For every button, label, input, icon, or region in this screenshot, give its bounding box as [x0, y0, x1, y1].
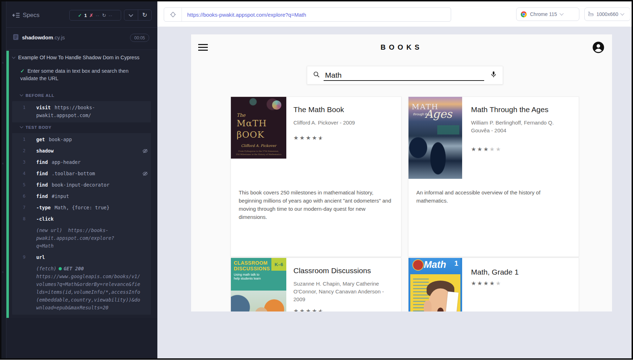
restarted-count: -- [109, 13, 113, 18]
specs-label: Specs [23, 12, 39, 19]
url-bar [164, 7, 451, 22]
app-title: BOOKS [191, 43, 612, 51]
cover-grade-badge: K–6 [271, 258, 286, 271]
eye-slash-icon[interactable] [142, 148, 148, 156]
passed-count: 1 [84, 13, 87, 18]
search-input[interactable] [324, 71, 490, 80]
suite-title[interactable]: Example Of How To Handle Shadow Dom in C… [12, 54, 150, 61]
test-body-section[interactable]: TEST BODY [20, 125, 52, 129]
rating-stars: ★★★★★ [293, 134, 324, 141]
chevron-down-icon [12, 55, 16, 59]
cover-decoration [272, 100, 281, 110]
pass-indicator-strip [6, 51, 9, 318]
collapse-specs-icon[interactable] [12, 11, 20, 19]
command-number: 5 [12, 181, 36, 189]
rerun-button[interactable]: ↻ [138, 10, 152, 20]
book-title: Math, Grade 1 [471, 268, 572, 276]
reporter-header: Specs ✓ 1 ✗ -- ↻ -- ↻ [6, 1, 157, 27]
command-row[interactable]: 1 getbook-app [12, 136, 151, 143]
restart-stat-icon: ↻ [102, 12, 106, 18]
command-number: 3 [12, 158, 36, 166]
book-card[interactable]: Math 1 Math, Grade 1 ★★★★★ [408, 258, 579, 311]
divider [6, 27, 157, 28]
command-number: 1 [12, 104, 36, 119]
browser-select[interactable]: Chrome 115 [516, 7, 579, 21]
url-input[interactable] [182, 11, 451, 18]
eye-slash-icon[interactable] [142, 171, 148, 178]
command-body: visithttps://books-pwakit.appspot.com/ [36, 104, 139, 119]
command-row[interactable]: 7 -typeMath, {force: true} [12, 204, 151, 211]
command-number: 9 [12, 253, 36, 261]
chevron-down-icon [620, 11, 624, 15]
cover-decoration [424, 300, 432, 311]
command-row[interactable]: 2 shadow [12, 147, 151, 155]
cover-text: βOOK [237, 129, 264, 140]
reporter-buttons: ↻ [124, 10, 152, 21]
command-body: find#input [36, 192, 151, 200]
cover-text: Ages [425, 107, 452, 120]
command-number: 7 [12, 204, 36, 211]
cover-text: The [237, 112, 245, 118]
cover-text: help students learn [234, 277, 261, 280]
cover-text: Clifford A. Pickover [231, 144, 286, 148]
command-body: find.toolbar-bottom [36, 170, 151, 177]
command-row[interactable]: 5 findbook-input-decorator [12, 181, 151, 189]
command-row[interactable]: 9 url [12, 253, 151, 261]
command-number: 1 [12, 136, 36, 143]
book-cover-classroom-discussions: CLASSROOM DISCUSSIONS Using math talk to… [231, 258, 286, 311]
before-all-commands: 1 visithttps://books-pwakit.appspot.com/ [12, 101, 151, 122]
cover-text: Math [424, 259, 446, 270]
test-title[interactable]: ✓Enter some data in text box and search … [20, 67, 143, 82]
failed-x-icon: ✗ [90, 13, 93, 18]
search-icon [313, 71, 320, 79]
cover-text: DISCUSSIONS [234, 266, 270, 271]
passed-check-icon: ✓ [78, 13, 82, 18]
book-author: William P. Berlinghoff, Fernando Q. Gouv… [471, 119, 570, 134]
new-url-note: (new url) https://books-pwakit.appspot.c… [12, 226, 151, 250]
chrome-icon [521, 11, 527, 17]
spec-file-icon [13, 34, 19, 42]
microphone-icon[interactable] [490, 71, 497, 80]
command-row[interactable]: 3 findapp-header [12, 158, 151, 166]
chevron-down-icon [20, 93, 23, 96]
command-body: -typeMath, {force: true} [36, 204, 151, 211]
cover-text: Using math talk to [234, 273, 259, 276]
command-row[interactable]: 1 visithttps://books-pwakit.appspot.com/ [12, 104, 151, 119]
collapse-all-button[interactable] [124, 10, 138, 20]
command-number [12, 265, 36, 311]
spec-file-row[interactable]: shadowdom.cy.js 00:05 [6, 33, 157, 45]
suite-block: Example Of How To Handle Shadow Dom in C… [6, 51, 157, 318]
divider [6, 50, 157, 50]
spec-file-name: shadowdom.cy.js [22, 34, 65, 40]
search-underline [324, 80, 484, 81]
status-dot-icon [59, 267, 62, 270]
book-cover-math-through-the-ages: MATH through the Ages [409, 97, 462, 179]
command-number [12, 226, 36, 250]
app-iframe: BOOKS The MαTH βOOK [191, 34, 612, 311]
aut-preview-area: BOOKS The MαTH βOOK [157, 27, 632, 359]
command-row[interactable]: 6 find#input [12, 192, 151, 200]
book-card[interactable]: MATH through the Ages Math Through the A… [408, 96, 579, 257]
command-body: findapp-header [36, 158, 151, 166]
cover-text: 1 [454, 259, 458, 268]
book-cover-math-grade-1: Math 1 [409, 258, 462, 311]
before-all-section[interactable]: BEFORE ALL [20, 93, 54, 98]
command-row[interactable]: 4 find.toolbar-bottom [12, 170, 151, 177]
book-card[interactable]: The MαTH βOOK Clifford A. Pickover From … [231, 96, 401, 257]
command-body: -click [36, 215, 151, 223]
command-body: shadow [36, 147, 151, 155]
viewport-select[interactable]: 1000x660 [584, 7, 631, 21]
cover-text: From Pythagoras to the 57th Dimension, [231, 150, 286, 152]
command-number: 4 [12, 170, 36, 177]
rail-fragment: s [2, 61, 4, 64]
spec-duration-badge: 00:05 [130, 34, 149, 42]
chevron-down-icon [129, 12, 133, 17]
account-icon[interactable] [592, 41, 605, 54]
command-number: 2 [12, 147, 36, 155]
screenshot-frame: s s s Specs ✓ 1 ✗ -- ↻ -- ↻ [0, 0, 633, 360]
selector-playground-button[interactable] [164, 8, 182, 21]
command-row[interactable]: 8 -click [12, 215, 151, 223]
fetch-url: https://www.googleapis.com/books/v1/volu… [36, 272, 140, 311]
note-body: (fetch)GET 200 https://www.googleapis.co… [36, 265, 151, 311]
book-card[interactable]: CLASSROOM DISCUSSIONS Using math talk to… [231, 258, 401, 311]
